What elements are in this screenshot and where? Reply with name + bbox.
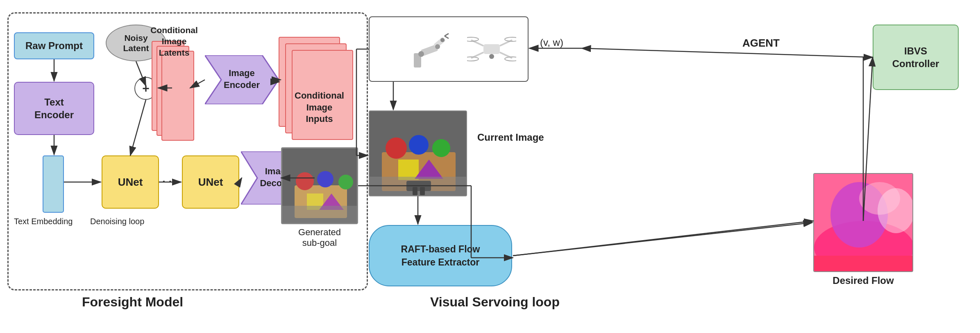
robot-arm-icon [410,29,451,70]
cil-rect-3 [161,51,194,141]
svg-point-32 [432,139,450,157]
svg-point-31 [409,135,429,155]
svg-point-14 [435,44,440,49]
svg-point-6 [338,175,353,189]
servoing-label: Visual Servoing loop [430,295,560,310]
generated-image-label: Generatedsub-goal [281,227,358,248]
desired-flow-image [813,173,913,272]
raw-prompt-box: Raw Prompt [14,32,94,59]
svg-point-13 [418,51,424,57]
svg-line-66 [513,221,813,256]
desired-flow-label: Desired Flow [813,275,913,286]
noisy-latent-label: NoisyLatent [123,33,149,53]
raw-prompt-label: Raw Prompt [25,40,83,52]
cil-label: Conditional ImageLatents [147,25,201,58]
vw-label: (v, w) [540,37,563,48]
unet-box-1: UNet [102,155,159,209]
svg-point-27 [489,54,494,59]
svg-rect-18 [483,44,500,54]
denoising-loop-label: Denoising loop [90,217,144,226]
current-image-label: Current Image [477,131,544,144]
unet-box-2: UNet [182,155,239,209]
raft-box: RAFT-based FlowFeature Extractor [369,225,512,286]
svg-marker-0 [205,55,279,104]
image-encoder-shape [205,55,279,104]
svg-point-30 [386,137,407,159]
cii-label: ConditionalImageInputs [279,90,359,125]
svg-rect-9 [282,206,358,224]
text-embedding-label: Text Embedding [14,217,73,226]
svg-rect-37 [413,187,417,195]
svg-line-70 [582,48,873,57]
svg-rect-43 [814,256,912,271]
raft-label: RAFT-based FlowFeature Extractor [401,243,480,269]
generated-subgoal-image [281,147,358,224]
drone-icon [467,29,516,70]
text-encoder-label: TextEncoder [34,96,74,121]
svg-rect-36 [406,181,431,191]
svg-point-15 [440,38,445,42]
text-encoder-box: TextEncoder [14,82,94,135]
ibvs-controller-box: IBVSController [873,25,959,90]
foresight-label: Foresight Model [82,295,183,310]
ibvs-label: IBVSController [892,45,939,70]
svg-rect-38 [420,187,425,195]
svg-line-16 [445,34,449,36]
svg-point-4 [296,172,314,190]
svg-line-72 [513,223,812,256]
svg-line-17 [445,36,449,38]
diagram-container: Raw Prompt NoisyLatent TextEncoder Text … [0,0,980,333]
svg-point-5 [317,171,333,187]
agent-label: AGENT [742,37,780,50]
current-image [369,110,467,196]
text-embedding-bar [43,155,64,213]
